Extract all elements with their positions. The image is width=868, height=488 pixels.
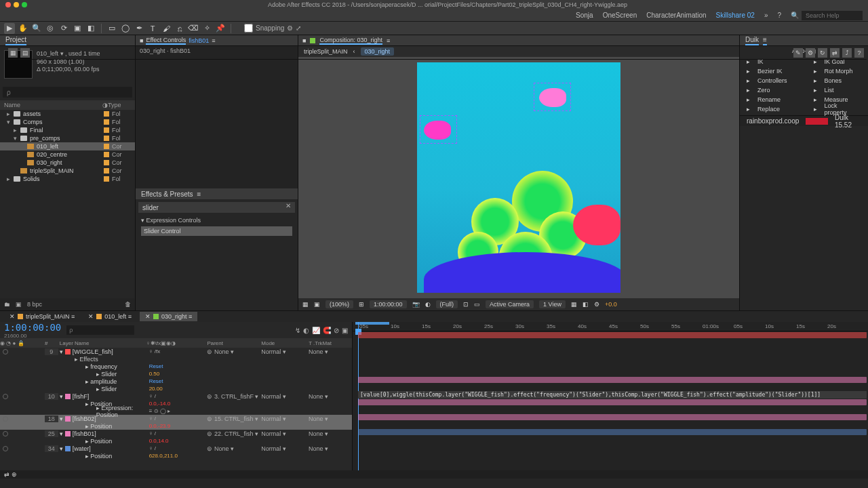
duik-tool1-icon[interactable]: ✎: [793, 48, 803, 58]
close-tab-icon[interactable]: ✕: [9, 313, 15, 320]
viewer-guides-icon[interactable]: ▭: [474, 301, 480, 308]
current-timecode[interactable]: 1:00:00:00: [4, 322, 61, 333]
toggle-switches-icon[interactable]: ⇄ ⊕: [4, 471, 17, 478]
rotate-tool-icon[interactable]: ⟳: [58, 23, 69, 34]
timeline-property-row[interactable]: ▸ Position0.0,-23.9: [0, 422, 352, 430]
viewer-fx-icon[interactable]: ⚙: [594, 301, 599, 308]
project-tree-row[interactable]: ▾pre_compsFol: [0, 134, 135, 142]
selection-handles[interactable]: [534, 83, 571, 111]
puppet-tool-icon[interactable]: 📌: [215, 23, 226, 34]
zoom-dropdown[interactable]: (100%): [326, 300, 353, 308]
timeline-layer-row[interactable]: 34▾ [water]♀ /⊚ None ▾Normal ▾None ▾: [0, 445, 352, 452]
snapping-checkbox[interactable]: [244, 24, 253, 33]
effects-presets-search-input[interactable]: [138, 202, 295, 213]
project-tree-row[interactable]: ▾CompsFol: [0, 118, 135, 126]
tl-shy-icon[interactable]: ↯: [295, 327, 300, 334]
viewer-res-icon[interactable]: ⊞: [359, 301, 364, 308]
camera-dropdown[interactable]: Active Camera: [486, 300, 534, 308]
timeline-property-row[interactable]: ▸ Slider0.50: [0, 370, 352, 378]
snapping-options-icon[interactable]: ⚙: [287, 24, 293, 32]
eraser-tool-icon[interactable]: ⌫: [188, 23, 199, 34]
duik-tool3-icon[interactable]: ↻: [818, 48, 827, 58]
duik-tab1-icon[interactable]: ▦: [8, 48, 18, 58]
new-folder-icon[interactable]: 🖿: [4, 301, 10, 308]
duik-tool4-icon[interactable]: ⇄: [830, 48, 840, 58]
fish-layer[interactable]: [573, 205, 620, 245]
duik-item[interactable]: ▸Zero: [740, 85, 802, 95]
project-tree-row[interactable]: 010_leftCor: [0, 142, 135, 150]
new-comp-icon[interactable]: ▣: [16, 301, 22, 308]
col-mode[interactable]: Mode: [261, 340, 309, 346]
project-tab[interactable]: Project: [5, 36, 26, 45]
effects-category[interactable]: ▾ Expression Controls: [136, 216, 298, 225]
roto-tool-icon[interactable]: ✧: [201, 23, 212, 34]
search-help-input[interactable]: [802, 11, 863, 20]
panel-menu-icon[interactable]: ≡: [197, 190, 201, 198]
workspace-characteranimation[interactable]: CharacterAnimation: [646, 12, 706, 19]
col-number[interactable]: #: [45, 340, 58, 346]
workspace-onescreen[interactable]: OneScreen: [603, 12, 637, 19]
brush-tool-icon[interactable]: 🖌: [161, 23, 172, 34]
rect-tool-icon[interactable]: ▭: [106, 23, 117, 34]
type-tool-icon[interactable]: T: [147, 23, 158, 34]
duik-footer-link[interactable]: rainboxprod.coop: [747, 117, 799, 125]
viewer-grid-icon[interactable]: ▦: [302, 301, 309, 308]
duik-item[interactable]: ▸Bezier IK: [740, 66, 802, 76]
project-tree-row[interactable]: ▸FinalFol: [0, 126, 135, 134]
panbehind-tool-icon[interactable]: ◧: [85, 23, 96, 34]
hand-tool-icon[interactable]: ✋: [18, 23, 28, 34]
project-tree-row[interactable]: ▸assetsFol: [0, 110, 135, 118]
timeline-property-row[interactable]: ▸ Position0.0,-14.0: [0, 400, 352, 407]
effect-controls-layer-link[interactable]: fishB01: [189, 37, 209, 44]
timeline-layer-row[interactable]: 25▾ [fishB01]♀ /⊚ 22. CTRL_fish ▾Normal …: [0, 430, 352, 437]
timeline-property-row[interactable]: ▸ Slider20.00: [0, 385, 352, 392]
duik-tool2-icon[interactable]: ⚙: [806, 48, 815, 58]
project-col-name[interactable]: Name: [4, 102, 102, 108]
duik-item[interactable]: ▸List: [807, 85, 869, 95]
timeline-tab[interactable]: ✕010_left ≡: [83, 312, 137, 321]
tl-cache-icon[interactable]: ◐: [303, 327, 309, 334]
workspace-more-icon[interactable]: »: [764, 12, 768, 19]
timeline-search-input[interactable]: [66, 325, 134, 335]
viewer-grid2-icon[interactable]: ⊡: [463, 301, 469, 308]
viewer-channel-icon[interactable]: ◐: [425, 301, 431, 308]
duik-item[interactable]: ▸Lock property: [807, 104, 869, 114]
user-name[interactable]: Sonja: [576, 12, 593, 19]
project-col-type[interactable]: Type: [108, 102, 131, 108]
exposure-value[interactable]: +0.0: [605, 301, 617, 308]
clone-tool-icon[interactable]: ⎌: [174, 23, 185, 34]
timeline-tab[interactable]: ✕tripleSplit_MAIN ≡: [4, 312, 80, 321]
pen-tool-icon[interactable]: ✒: [134, 23, 144, 34]
ellipse-tool-icon[interactable]: ◯: [120, 23, 131, 34]
panel-menu-icon[interactable]: ≡: [212, 37, 215, 44]
selection-tool-icon[interactable]: ▶: [4, 23, 15, 34]
trash-icon[interactable]: 🗑: [125, 301, 131, 308]
timeline-layer-row[interactable]: 18▾ [fishB02]♀ /⊚ 15. CTRL_fish ▾Normal …: [0, 415, 352, 422]
timeline-property-row[interactable]: ▸ frequencyReset: [0, 363, 352, 370]
project-bpc[interactable]: 8 bpc: [27, 301, 42, 308]
clear-search-icon[interactable]: ✕: [285, 202, 291, 209]
snapshot-icon[interactable]: 📷: [412, 301, 420, 308]
duik-help-icon[interactable]: ?: [854, 48, 864, 58]
tl-blur-icon[interactable]: ⊘: [334, 327, 339, 334]
viewer-mask-icon[interactable]: ▣: [314, 301, 320, 308]
viewer-timecode[interactable]: 1:00:00:00: [370, 300, 407, 308]
duik-item[interactable]: ▸Replace: [740, 104, 802, 114]
project-tree-row[interactable]: 030_rightCor: [0, 159, 135, 167]
tl-snap-icon[interactable]: 🧲: [323, 327, 331, 334]
duik-item[interactable]: ▸Rot Morph: [807, 66, 869, 76]
project-search-input[interactable]: [3, 87, 132, 98]
zoom-tool-icon[interactable]: 🔍: [31, 23, 42, 34]
composition-tab[interactable]: Composition: 030_right: [319, 37, 382, 45]
selection-handles[interactable]: [420, 115, 457, 144]
project-col-label-icon[interactable]: ◑: [102, 102, 108, 108]
timeline-layer-row[interactable]: 10▾ [fishF]♀ /⊚ 3. CTRL_fishF ▾Normal ▾N…: [0, 392, 352, 400]
timeline-property-row[interactable]: ▸ Effects: [0, 355, 352, 363]
timeline-property-row[interactable]: ▸ amplitudeReset: [0, 378, 352, 385]
duik-tab2-icon[interactable]: ▤: [20, 48, 30, 58]
timeline-property-row[interactable]: ▸ Position0.0,14.0: [0, 437, 352, 445]
help-question-icon[interactable]: ?: [777, 12, 781, 19]
tl-3d-icon[interactable]: ▣: [342, 327, 348, 334]
timeline-layer-row[interactable]: 9▾ [WIGGLE_fish]♀ /fx⊚ None ▾Normal ▾Non…: [0, 348, 352, 355]
comp-canvas[interactable]: [417, 62, 620, 293]
